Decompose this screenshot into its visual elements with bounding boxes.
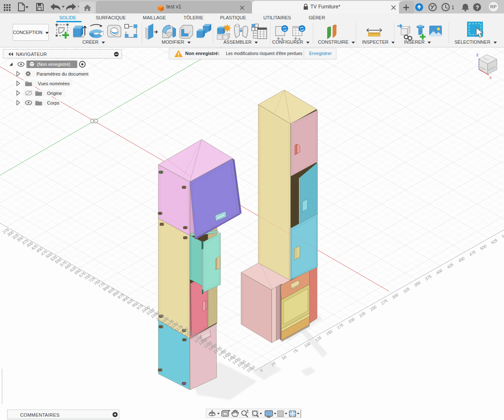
svg-text:Z: Z	[476, 53, 478, 57]
svg-text:(Non enregistré): (Non enregistré)	[37, 62, 70, 67]
svg-text:Origine: Origine	[47, 91, 62, 96]
svg-text:X: X	[489, 76, 492, 80]
svg-text:Paramètres du document: Paramètres du document	[37, 71, 89, 76]
svg-text:Vues nommées: Vues nommées	[38, 81, 70, 86]
svg-text:1: 1	[452, 5, 454, 10]
svg-text:Corps: Corps	[47, 100, 60, 105]
svg-text:?: ?	[476, 4, 479, 10]
